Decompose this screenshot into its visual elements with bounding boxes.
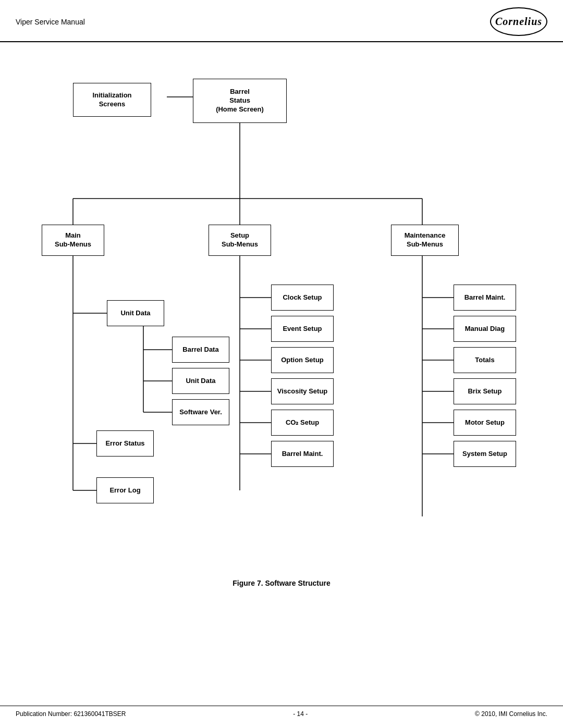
system-setup-box: System Setup (454, 441, 516, 467)
barrel-status-box: BarrelStatus(Home Screen) (193, 79, 287, 123)
error-log-box: Error Log (96, 477, 154, 503)
brix-setup-box: Brix Setup (454, 378, 516, 404)
main-sub-menus-box: MainSub-Menus (42, 225, 104, 256)
barrel-maint-setup-box: Barrel Maint. (271, 441, 334, 467)
footer-publication: Publication Number: 621360041TBSER (16, 710, 126, 718)
option-setup-box: Option Setup (271, 347, 334, 373)
software-structure-diagram: BarrelStatus(Home Screen) Initialization… (16, 58, 547, 569)
unit-data-main-box: Unit Data (107, 300, 164, 326)
totals-box: Totals (454, 347, 516, 373)
setup-sub-menus-box: SetupSub-Menus (209, 225, 271, 256)
unit-data-sub-box: Unit Data (172, 368, 229, 394)
cornelius-logo: Cornelius (490, 7, 547, 36)
manual-diag-box: Manual Diag (454, 316, 516, 342)
error-status-box: Error Status (96, 430, 154, 456)
co2-setup-box: CO₂ Setup (271, 410, 334, 436)
page-footer: Publication Number: 621360041TBSER - 14 … (0, 706, 563, 718)
viscosity-setup-box: Viscosity Setup (271, 378, 334, 404)
clock-setup-box: Clock Setup (271, 285, 334, 311)
manual-title: Viper Service Manual (16, 18, 85, 26)
software-ver-box: Software Ver. (172, 399, 229, 425)
figure-caption: Figure 7. Software Structure (16, 579, 547, 587)
footer-copyright: © 2010, IMI Cornelius Inc. (475, 710, 547, 718)
event-setup-box: Event Setup (271, 316, 334, 342)
main-content: BarrelStatus(Home Screen) Initialization… (0, 42, 563, 598)
barrel-data-box: Barrel Data (172, 337, 229, 363)
barrel-maint-box: Barrel Maint. (454, 285, 516, 311)
page-header: Viper Service Manual Cornelius (0, 0, 563, 42)
maintenance-sub-menus-box: MaintenanceSub-Menus (391, 225, 459, 256)
motor-setup-box: Motor Setup (454, 410, 516, 436)
logo-text: Cornelius (495, 16, 542, 28)
initialization-screens-box: InitializationScreens (73, 83, 151, 117)
diagram-lines (16, 58, 547, 569)
footer-page-number: - 14 - (293, 710, 308, 718)
